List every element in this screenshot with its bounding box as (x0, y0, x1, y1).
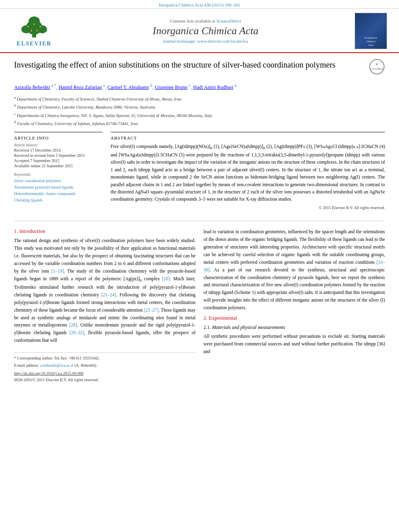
issn-text: 0020-1693/© 2015 Elsevier B.V. All right… (14, 378, 195, 382)
available-date: Available online 25 September 2015 (14, 164, 103, 168)
sub-number: 2.1. (204, 325, 211, 330)
author-rudbari[interactable]: Hadi Amiri Rudbari (193, 84, 233, 90)
svg-point-6 (39, 26, 41, 27)
email-suffix: (A. Beheshti). (74, 363, 97, 368)
info-abstract-section: ARTICLE INFO Article history: Received 1… (14, 132, 385, 210)
journal-title-area: Contents lists available at ScienceDirec… (60, 18, 351, 43)
svg-point-3 (37, 25, 47, 33)
intro-number: 1. (14, 228, 18, 234)
cover-title: Inorganica Chimica Acta (365, 36, 377, 47)
corresponding-footnote: * Corresponding author. Tel./fax: +98 61… (14, 355, 195, 361)
svg-point-2 (21, 25, 31, 33)
author-beheshti[interactable]: Azizolla Beheshti (14, 84, 50, 90)
email-link[interactable]: a.beheshti@scu.ac.ir (40, 363, 74, 368)
affiliation-a: a Department of Chemistry, Faculty of Sc… (14, 94, 385, 103)
sub-title-text: Materials and physical measurements (212, 325, 285, 330)
doi-link[interactable]: http://dx.doi.org/10.1016/j.ica.2015.09.… (14, 371, 83, 376)
experimental-title: 2. Experimental (204, 315, 385, 321)
ref-21-24[interactable]: [21–24] (101, 292, 116, 297)
ref-20[interactable]: [20] (162, 276, 170, 281)
ref-28[interactable]: [28] (69, 322, 77, 327)
abstract-text: Five silver(I) compounds namely, [Ag(tdm… (111, 143, 385, 203)
author-abrahams[interactable]: Carmel T. Abrahams (107, 84, 149, 90)
elsevier-label: ELSEVIER (17, 41, 52, 47)
article-info-column: ARTICLE INFO Article history: Received 1… (14, 132, 103, 210)
homepage-link[interactable]: journal homepage: www.elsevier.com/locat… (163, 39, 248, 43)
keyword-2: Tetradentate pyrazolyl-based ligands (14, 184, 103, 191)
content-right-col: lead to variation in coordination geomet… (204, 228, 385, 382)
section-divider (14, 221, 385, 221)
article-title-area: Investigating the effect of anion substi… (14, 59, 363, 74)
page: Inorganica Chimica Acta 438 (2015) 196–2… (0, 0, 399, 532)
content-left-col: 1. Introduction The rational design and … (14, 228, 195, 382)
keyword-4: Chelating ligands (14, 197, 103, 203)
intro-title-text: Introduction (19, 228, 45, 234)
authors-line: Azizolla Beheshti a,*, Hamid Reza Zafari… (14, 82, 385, 91)
journal-citation-bar: Inorganica Chimica Acta 438 (2015) 196–2… (0, 0, 399, 9)
journal-header: ELSEVIER Contents lists available at Sci… (0, 9, 399, 53)
keyword-1: Silver coordination polymers (14, 178, 103, 184)
intro-paragraph-2: lead to variation in coordination geomet… (204, 228, 385, 312)
materials-subtitle: 2.1. Materials and physical measurements (204, 325, 385, 331)
ref-25-27[interactable]: [25–27] (144, 308, 158, 312)
authors-text: Azizolla Beheshti a,*, Hamid Reza Zafari… (14, 84, 237, 90)
crossmark-badge: ✕CrossMark (369, 59, 385, 74)
affiliation-c: c Dipartimento di Chimica Inorganica, Vi… (14, 111, 385, 119)
author-zafarian[interactable]: Hamid Reza Zafarian (59, 84, 102, 90)
keywords-label: Keywords: (14, 172, 103, 177)
two-col-content: 1. Introduction The rational design and … (14, 228, 385, 382)
abstract-header: ABSTRACT (111, 136, 385, 140)
affiliations: a Department of Chemistry, Faculty of Sc… (14, 94, 385, 127)
received-date: Received 17 December 2014 (14, 148, 103, 152)
keywords-section: Keywords: Silver coordination polymers T… (14, 172, 103, 203)
email-label: E-mail address: (14, 363, 39, 368)
journal-homepage: journal homepage: www.elsevier.com/locat… (68, 39, 343, 43)
affiliation-d: d Faculty of Chemistry, University of Is… (14, 119, 385, 127)
article-title-section: Investigating the effect of anion substi… (14, 59, 385, 78)
accepted-date: Accepted 7 September 2015 (14, 158, 103, 163)
svg-point-9 (36, 30, 38, 31)
copyright-text: © 2015 Elsevier B.V. All rights reserved… (111, 205, 385, 210)
svg-point-5 (27, 26, 29, 27)
introduction-title: 1. Introduction (14, 228, 195, 234)
article-header-section: Investigating the effect of anion substi… (0, 53, 399, 216)
article-info-header: ARTICLE INFO (14, 136, 103, 140)
journal-cover: Inorganica Chimica Acta (351, 13, 391, 49)
journal-citation: Inorganica Chimica Acta 438 (2015) 196–2… (159, 2, 240, 7)
footnote-section: * Corresponding author. Tel./fax: +98 61… (14, 352, 195, 368)
ref-29-32[interactable]: [29–32] (70, 330, 84, 335)
journal-cover-image: Inorganica Chimica Acta (355, 13, 387, 49)
revised-date: Received in revised form 5 September 201… (14, 153, 103, 158)
exp-number: 2. (204, 315, 208, 321)
svg-point-7 (33, 23, 35, 25)
affiliation-b: b Department of Chemistry, Latrobe Unive… (14, 103, 385, 111)
publisher-logo: ELSEVIER (8, 15, 60, 47)
ref-33-36[interactable]: [33–36] (204, 260, 385, 272)
intro-paragraph-1: The rational design and synthesis of sil… (14, 237, 195, 345)
history-label: Article history: (14, 143, 103, 147)
materials-paragraph: All synthetic procedures were performed … (204, 333, 385, 355)
main-content: 1. Introduction The rational design and … (0, 226, 399, 388)
science-direct-anchor[interactable]: ScienceDirect (216, 18, 241, 23)
email-footnote: E-mail address: a.beheshti@scu.ac.ir (A.… (14, 362, 195, 368)
journal-title: Inorganica Chimica Acta (68, 25, 343, 37)
corresponding-label: * Corresponding author. Tel./fax: +98 61… (14, 356, 100, 360)
article-title: Investigating the effect of anion substi… (14, 59, 363, 70)
author-bruno[interactable]: Giuseppe Bruno (155, 84, 188, 90)
exp-title-text: Experimental (209, 315, 237, 321)
keyword-3: Heterothiometallic cluster compounds (14, 191, 103, 197)
doi-section: http://dx.doi.org/10.1016/j.ica.2015.09.… (14, 370, 195, 376)
elsevier-tree-icon (16, 15, 52, 39)
svg-point-8 (31, 30, 32, 31)
crossmark-circle: ✕CrossMark (369, 59, 385, 74)
elsevier-logo: ELSEVIER (16, 15, 52, 47)
crossmark-label: ✕CrossMark (370, 63, 383, 71)
science-direct-link: Contents lists available at ScienceDirec… (68, 18, 343, 23)
abstract-column: ABSTRACT Five silver(I) compounds namely… (111, 132, 385, 210)
ref-1-19[interactable]: [1–19] (51, 269, 64, 273)
